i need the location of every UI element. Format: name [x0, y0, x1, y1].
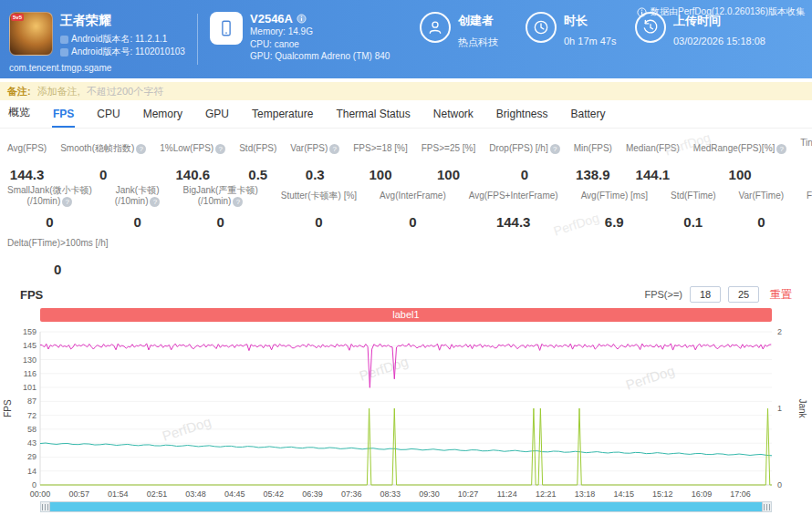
tab-network[interactable]: Network [432, 108, 474, 128]
fps-threshold-input-1[interactable] [690, 286, 721, 303]
note-label: 备注: [7, 86, 31, 97]
help-icon[interactable]: ? [62, 197, 72, 207]
stats-row-2: SmallJank(微小卡顿)(/10min)?0Jank(卡顿)(/10min… [7, 185, 805, 230]
tab-temperature[interactable]: Temperature [251, 108, 314, 128]
stat-label: FPS>=18 [%] [353, 143, 407, 154]
fps-threshold-label: FPS(>=) [644, 289, 682, 300]
fps-threshold-input-2[interactable] [728, 286, 759, 303]
tab-概览[interactable]: 概览 [7, 105, 31, 128]
stat-avg-fps-interframe: Avg(FPS+InterFrame)144.3 [469, 185, 558, 230]
y-left-tick: 87 [27, 397, 36, 406]
x-tick: 07:36 [341, 489, 362, 499]
duration-value: 0h 17m 47s [564, 36, 616, 46]
y-left-tick: 14 [27, 467, 36, 476]
reset-button[interactable]: 重置 [770, 287, 792, 303]
help-icon[interactable]: ? [233, 197, 243, 207]
stat-smooth-稳帧指数: Smooth(稳帧指数)?0 [60, 138, 146, 182]
android-icon [60, 48, 68, 57]
stat-value: 0 [7, 214, 92, 230]
watermark: PerfDog [624, 363, 677, 393]
device-meta: V2546A Memory: 14.9G CPU: canoe GPU: Qua… [250, 12, 390, 63]
y-right-axis-title: Jank [797, 398, 807, 418]
stat-label: FPS>=25 [%] [422, 143, 475, 154]
help-icon[interactable]: ? [329, 144, 339, 154]
stat-value: 2.8 [800, 167, 812, 182]
game-meta: 王者荣耀 Android版本名: 11.2.1.1 Android版本号: 11… [60, 12, 195, 58]
phone-icon [210, 12, 243, 45]
x-tick: 14:15 [613, 489, 634, 499]
collect-info: 数据由PerfDog(12.0.260136)版本收集 [637, 5, 805, 18]
tab-thermal-status[interactable]: Thermal Status [335, 108, 411, 128]
tab-gpu[interactable]: GPU [204, 108, 230, 128]
device-model: V2546A [250, 12, 293, 26]
note-limit: 不超过200个字符 [87, 86, 163, 97]
y-left-tick: 130 [23, 355, 36, 365]
chart-scrollbar[interactable] [40, 501, 772, 512]
tab-memory[interactable]: Memory [142, 108, 183, 128]
scrollbar-right-handle[interactable] [762, 502, 771, 511]
stat-var-ftime: Var(FTime)0 [739, 185, 784, 230]
tab-brightness[interactable]: Brightness [495, 108, 549, 128]
chart-legend-banner[interactable]: label1 [40, 308, 772, 322]
android-version-name: Android版本名: 11.2.1.1 [60, 33, 195, 46]
metric-tabs: 概览FPSCPUMemoryGPUTemperatureThermal Stat… [0, 100, 812, 129]
x-tick: 08:33 [380, 489, 401, 499]
stat-value: 0 [281, 214, 357, 230]
android-version-code: Android版本号: 1102010103 [60, 46, 195, 58]
tab-fps[interactable]: FPS [52, 108, 75, 128]
x-tick: 03:48 [185, 489, 206, 499]
stat-value: 0 [7, 262, 109, 277]
stat-label: Avg(FPS+InterFrame) [469, 191, 558, 201]
y-right-tick: 1 [777, 404, 782, 413]
stat-label: (/10min)? [115, 196, 161, 207]
stat-drop-fps-h: Drop(FPS) [/h]?0 [489, 138, 559, 182]
stat-label: FTime>=100ms [%] [807, 191, 812, 201]
stat-jank-卡顿: Jank(卡顿)(/10min)?0 [115, 185, 161, 230]
help-icon[interactable]: ? [150, 197, 160, 207]
scrollbar-range[interactable] [50, 502, 762, 511]
collect-info-text: 数据由PerfDog(12.0.260136)版本收集 [651, 5, 805, 18]
device-gpu: GPU: Qualcomm Adreno (TM) 840 [250, 50, 390, 63]
upload-value: 03/02/2026 15:18:08 [673, 36, 765, 46]
add-note-link[interactable]: 添加备注, [37, 86, 80, 97]
y-left-tick: 145 [23, 341, 36, 350]
duration-label: 时长 [564, 13, 616, 29]
x-tick: 00:57 [68, 489, 89, 499]
stat-label: SmallJank(微小卡顿) [7, 185, 92, 196]
y-left-tick: 0 [32, 480, 36, 489]
game-block: 5v5 王者荣耀 Android版本名: 11.2.1.1 Android版本号… [9, 12, 195, 73]
note-bar: 备注: 添加备注, 不超过200个字符 [0, 82, 812, 100]
stat-value: 0 [807, 214, 812, 230]
help-icon[interactable]: ? [215, 144, 225, 154]
stat-label: Avg(FTime) [ms] [581, 191, 648, 201]
y-right-tick: 0 [777, 480, 782, 489]
x-tick: 15:12 [652, 489, 673, 499]
x-tick: 05:42 [264, 489, 285, 499]
stat-value: 100 [693, 167, 786, 182]
stat-value: 0.3 [290, 167, 339, 182]
help-icon[interactable]: ? [776, 144, 786, 154]
stat-label: Min(FPS) [574, 143, 612, 154]
stat-value: 0 [380, 214, 446, 230]
x-tick: 11:24 [497, 489, 517, 499]
x-tick: 16:09 [692, 489, 713, 499]
header-divider [197, 14, 198, 65]
y-right-tick: 2 [777, 327, 782, 336]
tab-battery[interactable]: Battery [570, 108, 607, 128]
fps-chart-area: 0142943587287101116130145159012FPSJank00… [0, 324, 812, 500]
stat-label: Std(FTime) [671, 191, 716, 201]
stat-medrange-fps-%: MedRange(FPS)[%]?100 [693, 138, 786, 182]
stat-avg-ftime-ms: Avg(FTime) [ms]6.9 [581, 185, 648, 230]
device-memory: Memory: 14.9G [250, 26, 390, 38]
device-info-icon[interactable] [297, 14, 307, 24]
help-icon[interactable]: ? [136, 144, 146, 154]
x-tick: 06:39 [302, 489, 323, 499]
tab-cpu[interactable]: CPU [96, 108, 120, 128]
scrollbar-left-handle[interactable] [41, 502, 50, 511]
stat-value: 144.1 [626, 167, 680, 182]
stat-value: 0 [182, 214, 257, 230]
help-icon[interactable]: ? [550, 144, 560, 154]
y-left-tick: 72 [27, 411, 36, 420]
stat-delta-ftime-100ms-h: Delta(FTime)>100ms [/h]0 [7, 232, 109, 277]
stat-label: Smooth(稳帧指数)? [60, 143, 146, 154]
